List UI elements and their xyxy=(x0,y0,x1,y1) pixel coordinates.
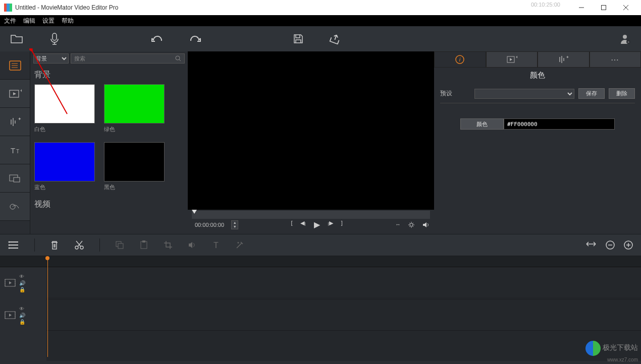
left-tabs: ✦ ✦ TT xyxy=(0,51,30,234)
search-icon xyxy=(175,55,181,62)
redo-icon[interactable] xyxy=(189,34,202,44)
category-select[interactable]: 背景 xyxy=(33,53,69,64)
tab-media[interactable] xyxy=(0,51,30,80)
divider xyxy=(440,103,635,103)
timeline: 👁 🔊 🔒 👁 🔊 🔒 xyxy=(0,256,641,361)
settings-gear-icon[interactable] xyxy=(408,221,415,228)
track-audio-icon[interactable]: 🔊 xyxy=(19,313,25,318)
fit-timeline-icon[interactable] xyxy=(585,240,597,250)
thumb-white[interactable]: 白色 xyxy=(34,84,95,133)
watermark: 极光下载站 www.xz7.com xyxy=(585,341,638,363)
tab-video-effects[interactable]: ✦ xyxy=(0,80,30,108)
track-header-v2: 👁 🔊 🔒 xyxy=(0,299,46,331)
ptab-info[interactable]: i xyxy=(434,51,486,68)
timeline-tracks-area[interactable] xyxy=(46,256,641,361)
props-title: 颜色 xyxy=(440,71,635,80)
track-lock-icon[interactable]: 🔒 xyxy=(19,319,25,325)
tab-pip[interactable] xyxy=(0,164,30,193)
user-account-icon[interactable]: + xyxy=(619,33,631,45)
frame-fwd-icon[interactable]: |▶ xyxy=(328,220,333,229)
volume-icon[interactable] xyxy=(422,221,430,228)
svg-text:T: T xyxy=(16,149,19,154)
cut-icon[interactable] xyxy=(74,240,84,250)
menu-help[interactable]: 帮助 xyxy=(62,17,74,25)
svg-text:i: i xyxy=(459,56,461,63)
timeline-track-1[interactable] xyxy=(46,267,641,298)
export-icon[interactable] xyxy=(329,33,341,44)
video-track-icon xyxy=(4,310,16,320)
svg-text:✦: ✦ xyxy=(515,55,517,59)
preset-select[interactable] xyxy=(474,89,574,99)
svg-text:T: T xyxy=(213,241,219,249)
track-visible-icon[interactable]: 👁 xyxy=(19,306,25,312)
delete-icon[interactable] xyxy=(50,240,59,250)
media-panel: 背景 搜索 背景 白色 绿色 蓝色 黑色 视频 xyxy=(30,51,188,234)
thumb-black[interactable]: 黑色 xyxy=(104,142,165,191)
timeline-playhead[interactable] xyxy=(47,256,48,357)
mute-icon[interactable] xyxy=(188,241,197,249)
ptab-audio-fx[interactable]: ✦ xyxy=(538,51,590,68)
open-folder-icon[interactable] xyxy=(10,33,24,44)
ptab-more[interactable]: ⋯ xyxy=(590,51,642,68)
magic-icon[interactable]: ✦ xyxy=(235,240,244,250)
media-body: 背景 白色 绿色 蓝色 黑色 视频 xyxy=(30,66,188,234)
preview-scrubber[interactable] xyxy=(192,211,430,219)
maximize-button[interactable] xyxy=(593,0,615,15)
preview-panel: 00:00:00:00 ▲▼ [ ◀| ▶ |▶ ] 00:10:25:00 ↔ xyxy=(188,51,434,234)
scrub-marker[interactable] xyxy=(192,210,197,214)
timeline-track-2[interactable] xyxy=(46,299,641,331)
timeline-toolbar: T ✦ xyxy=(0,234,641,256)
menu-bar: 文件 编辑 设置 帮助 xyxy=(0,15,641,26)
microphone-icon[interactable] xyxy=(49,33,60,45)
preset-delete-button[interactable]: 删除 xyxy=(609,88,635,99)
track-header-v1: 👁 🔊 🔒 xyxy=(0,267,46,298)
close-button[interactable] xyxy=(615,0,637,15)
video-track-icon xyxy=(4,278,16,288)
svg-point-34 xyxy=(9,248,10,249)
search-input[interactable]: 搜索 xyxy=(71,53,185,64)
zoom-out-icon[interactable] xyxy=(606,240,615,250)
frame-back-icon[interactable]: ◀| xyxy=(300,220,305,229)
zoom-in-icon[interactable] xyxy=(624,240,633,250)
thumb-green[interactable]: 绿色 xyxy=(104,84,165,133)
svg-text:✦: ✦ xyxy=(18,116,22,122)
color-picker-button[interactable]: 颜色 xyxy=(460,118,504,130)
svg-point-21 xyxy=(176,56,180,60)
copy-icon[interactable] xyxy=(115,240,124,250)
preset-label: 预设 xyxy=(440,89,470,98)
ptab-video-fx[interactable]: ✦ xyxy=(486,51,538,68)
svg-text:✦: ✦ xyxy=(566,55,569,59)
thumb-blue[interactable]: 蓝色 xyxy=(34,142,95,191)
menu-settings[interactable]: 设置 xyxy=(42,17,55,25)
save-icon[interactable] xyxy=(293,33,304,44)
main-area: ✦ ✦ TT 背景 搜索 背景 白色 绿色 蓝色 xyxy=(0,51,641,234)
tab-transitions[interactable] xyxy=(0,193,30,221)
menu-edit[interactable]: 编辑 xyxy=(23,17,35,25)
goto-end-icon[interactable]: ] xyxy=(341,220,343,229)
time-spin[interactable]: ▲▼ xyxy=(231,220,238,229)
svg-text:T: T xyxy=(11,146,15,155)
track-lock-icon[interactable]: 🔒 xyxy=(19,287,25,292)
fit-icon[interactable]: ↔ xyxy=(395,221,401,228)
tl-menu-icon[interactable] xyxy=(8,240,19,250)
undo-icon[interactable] xyxy=(150,34,164,44)
svg-text:+: + xyxy=(627,40,630,44)
track-audio-icon[interactable]: 🔊 xyxy=(19,280,25,286)
props-tabs: i ✦ ✦ ⋯ xyxy=(434,51,641,68)
preset-save-button[interactable]: 保存 xyxy=(578,88,605,99)
crop-icon[interactable] xyxy=(164,240,173,250)
section-title-video: 视频 xyxy=(34,199,184,210)
svg-line-22 xyxy=(179,59,181,61)
menu-file[interactable]: 文件 xyxy=(4,17,16,25)
minimize-button[interactable] xyxy=(570,0,593,15)
svg-rect-38 xyxy=(118,244,123,249)
tab-text[interactable]: TT xyxy=(0,136,30,164)
text-tool-icon[interactable]: T xyxy=(212,241,220,249)
timeline-ruler[interactable] xyxy=(46,256,641,267)
tab-audio-effects[interactable]: ✦ xyxy=(0,108,30,136)
color-value-input[interactable] xyxy=(504,118,615,130)
track-visible-icon[interactable]: 👁 xyxy=(19,274,25,279)
goto-start-icon[interactable]: [ xyxy=(291,220,292,229)
play-icon[interactable]: ▶ xyxy=(314,220,320,229)
paste-icon[interactable] xyxy=(139,240,148,250)
